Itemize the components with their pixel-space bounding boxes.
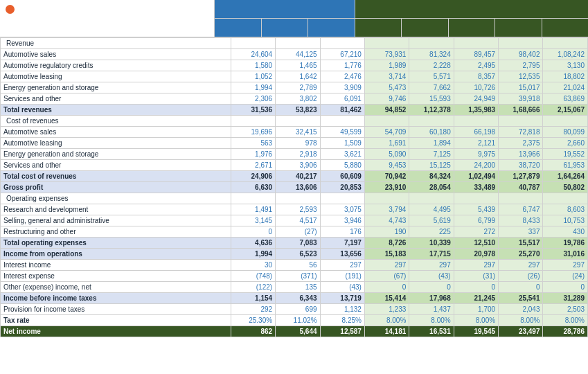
forecasts-group — [355, 0, 588, 18]
table-row: Cost of revenues — [1, 116, 588, 127]
cell-value: 1,894 — [409, 138, 454, 149]
cell-value: 14,181 — [364, 326, 409, 337]
table-row: Energy generation and storage1,9762,9183… — [1, 149, 588, 160]
cell-value: (26) — [499, 271, 543, 282]
cell-value: 6,523 — [276, 249, 320, 260]
cell-value: 2,121 — [454, 138, 498, 149]
cell-value: 12,587 — [320, 326, 364, 337]
row-label: Automotive regulatory credits — [1, 60, 231, 71]
table-row: Services and other2,3063,8026,0919,74615… — [1, 93, 588, 105]
table-row: Research and development1,4912,5933,0753… — [1, 204, 588, 215]
cell-value: 2,789 — [276, 82, 320, 93]
cell-value: 2,228 — [409, 60, 454, 71]
cell-value — [409, 38, 454, 49]
row-label: Restructuring and other — [1, 226, 231, 238]
cell-value: 1,989 — [364, 60, 409, 71]
cell-value: 32,415 — [276, 127, 320, 138]
cell-value: 1,976 — [231, 149, 275, 160]
cell-value: 28,786 — [543, 326, 588, 337]
year-fy2023 — [355, 19, 402, 37]
cell-value: 297 — [364, 260, 409, 271]
cell-value: (27) — [276, 226, 320, 238]
cell-value: 9,453 — [364, 160, 409, 171]
cell-value: 0 — [499, 282, 543, 293]
cell-value: 15,125 — [409, 160, 454, 171]
cell-value — [409, 193, 454, 204]
cell-value — [499, 116, 543, 127]
cell-value — [231, 193, 275, 204]
cell-value: 44,125 — [276, 49, 320, 60]
row-label: Automotive sales — [1, 127, 231, 138]
cell-value: 135 — [276, 282, 320, 293]
cell-value: 21,024 — [543, 82, 588, 93]
row-label: Revenue — [1, 38, 231, 49]
cell-value — [231, 116, 275, 127]
header-section — [0, 0, 588, 37]
cell-value: 2,306 — [231, 93, 275, 105]
cell-value: 297 — [499, 260, 543, 271]
table-row: Energy generation and storage1,9942,7893… — [1, 82, 588, 93]
cell-value: 7,662 — [409, 82, 454, 93]
cell-value — [454, 193, 498, 204]
cell-value: 25,541 — [499, 293, 543, 304]
cell-value: 60,609 — [320, 171, 364, 182]
cell-value: 4,517 — [276, 215, 320, 226]
cell-value: 563 — [231, 138, 275, 149]
cell-value: 297 — [320, 260, 364, 271]
table-row: Selling, general and administrative3,145… — [1, 215, 588, 226]
cell-value: 19,696 — [231, 127, 275, 138]
cell-value: 94,852 — [364, 105, 409, 116]
row-label: Interest income — [1, 260, 231, 271]
cell-value: 1,08,242 — [543, 49, 588, 60]
cell-value: 8.00% — [364, 315, 409, 326]
table-row: Income before income taxes1,1546,34313,7… — [1, 293, 588, 304]
cell-value: 0 — [231, 226, 275, 238]
row-label: Other (expense) income, net — [1, 282, 231, 293]
cell-value: 5,880 — [320, 160, 364, 171]
table-row: Interest income3056297297297297297297 — [1, 260, 588, 271]
cell-value — [454, 116, 498, 127]
cell-value — [543, 193, 588, 204]
cell-value: 225 — [409, 226, 454, 238]
year-fy2026 — [495, 19, 542, 37]
cell-value: 297 — [454, 260, 498, 271]
cell-value: (371) — [276, 271, 320, 282]
cell-value: 13,966 — [499, 149, 543, 160]
table-row: Total revenues31,53653,82381,46294,8521,… — [1, 105, 588, 116]
cell-value — [499, 193, 543, 204]
cell-value: 1,437 — [409, 304, 454, 315]
title-area — [0, 0, 215, 37]
cell-value: 61,953 — [543, 160, 588, 171]
cell-value: 3,909 — [320, 82, 364, 93]
cell-value: 5,644 — [276, 326, 320, 337]
cell-value: 11.02% — [276, 315, 320, 326]
main-container: Revenue Automotive sales24,60444,12567,2… — [0, 0, 588, 337]
row-label: Total cost of revenues — [1, 171, 231, 182]
cell-value — [231, 38, 275, 49]
cell-value: 3,145 — [231, 215, 275, 226]
cell-value: 2,043 — [499, 304, 543, 315]
cell-value: 0 — [543, 282, 588, 293]
cell-value: 89,457 — [454, 49, 498, 60]
cell-value: 7,197 — [320, 238, 364, 249]
cell-value: 8,603 — [543, 204, 588, 215]
cell-value: 1,691 — [364, 138, 409, 149]
row-label: Services and other — [1, 160, 231, 171]
cell-value: 8.00% — [543, 315, 588, 326]
cell-value: 80,099 — [543, 127, 588, 138]
cell-value: 862 — [231, 326, 275, 337]
row-label: Automotive sales — [1, 49, 231, 60]
cell-value: 1,12,378 — [409, 105, 454, 116]
cell-value: 176 — [320, 226, 364, 238]
cell-value: 20,853 — [320, 182, 364, 193]
cell-value: 1,465 — [276, 60, 320, 71]
cell-value: 2,476 — [320, 71, 364, 82]
cell-value: 13,656 — [320, 249, 364, 260]
cell-value: 15,414 — [364, 293, 409, 304]
cell-value: 49,599 — [320, 127, 364, 138]
cell-value: 2,593 — [276, 204, 320, 215]
cell-value: 1,35,983 — [454, 105, 498, 116]
table-row: Income from operations1,9946,52313,65615… — [1, 249, 588, 260]
cell-value: 17,968 — [409, 293, 454, 304]
cell-value: 10,726 — [454, 82, 498, 93]
